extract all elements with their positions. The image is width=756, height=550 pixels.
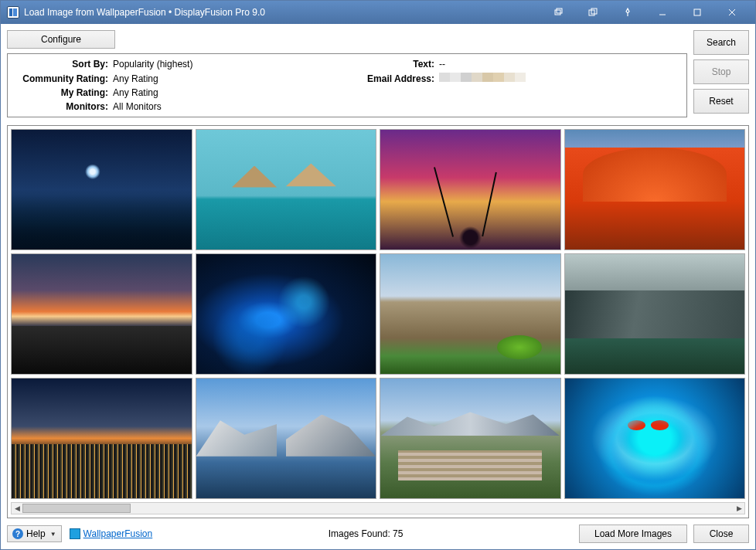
help-label: Help <box>26 528 46 539</box>
wallpaperfusion-link[interactable]: WallpaperFusion <box>70 528 153 539</box>
wallpaper-thumbnail[interactable] <box>564 253 746 375</box>
wallpaper-thumbnail[interactable] <box>564 129 746 250</box>
load-more-button[interactable]: Load More Images <box>579 525 687 543</box>
sort-by-value: Popularity (highest) <box>113 59 352 70</box>
svg-rect-0 <box>9 8 12 16</box>
my-rating-label: My Rating: <box>15 87 108 98</box>
filter-panel: Sort By: Popularity (highest) Text: -- C… <box>7 53 687 117</box>
scroll-right-icon[interactable]: ▶ <box>734 503 744 514</box>
close-icon[interactable] <box>714 1 749 24</box>
text-value: -- <box>439 59 679 70</box>
wallpaperfusion-icon <box>70 528 80 539</box>
footer: ? Help ▼ WallpaperFusion Images Found: 7… <box>7 518 749 543</box>
sort-by-label: Sort By: <box>15 59 108 70</box>
svg-rect-3 <box>557 8 562 13</box>
app-icon <box>7 6 19 19</box>
text-label: Text: <box>357 59 434 70</box>
stop-button[interactable]: Stop <box>693 59 749 84</box>
wallpaper-thumbnail[interactable] <box>196 253 377 375</box>
reset-button[interactable]: Reset <box>693 89 749 114</box>
window-title: Load Image from WallpaperFusion • Displa… <box>24 7 540 18</box>
my-rating-value: Any Rating <box>113 87 352 98</box>
minimize-icon[interactable] <box>645 1 679 24</box>
svg-rect-2 <box>555 10 560 15</box>
scrollbar-thumb[interactable] <box>22 504 131 513</box>
wallpaper-thumbnail[interactable] <box>196 129 377 250</box>
status-text: Images Found: 75 <box>160 528 571 539</box>
image-grid-panel: ◀ ▶ <box>7 125 749 518</box>
community-rating-label: Community Rating: <box>15 73 108 84</box>
community-rating-value: Any Rating <box>113 73 352 84</box>
wallpaper-thumbnail[interactable] <box>380 378 561 499</box>
wallpaper-thumbnail[interactable] <box>11 378 192 499</box>
help-button[interactable]: ? Help ▼ <box>7 525 62 542</box>
wallpaper-thumbnail[interactable] <box>564 378 746 499</box>
horizontal-scrollbar[interactable]: ◀ ▶ <box>11 502 745 514</box>
image-grid <box>11 129 745 499</box>
wallpaper-thumbnail[interactable] <box>196 378 377 499</box>
titlebar: Load Image from WallpaperFusion • Displa… <box>1 1 755 24</box>
configure-button[interactable]: Configure <box>7 30 115 49</box>
maximize-icon[interactable] <box>679 1 714 24</box>
chevron-down-icon: ▼ <box>50 531 56 538</box>
monitors-label: Monitors: <box>15 101 108 112</box>
wallpaperfusion-link-label: WallpaperFusion <box>83 528 153 539</box>
email-label: Email Address: <box>357 73 434 84</box>
wallpaper-thumbnail[interactable] <box>380 253 561 375</box>
wallpaper-thumbnail[interactable] <box>11 129 192 250</box>
pin-icon[interactable] <box>610 1 645 24</box>
svg-rect-1 <box>13 8 17 16</box>
duplicate-window-icon[interactable] <box>575 1 610 24</box>
monitors-value: All Monitors <box>113 101 352 112</box>
search-button[interactable]: Search <box>693 30 749 55</box>
wallpaper-thumbnail[interactable] <box>11 253 192 375</box>
close-button[interactable]: Close <box>693 525 749 543</box>
restore-window-icon[interactable] <box>540 1 575 24</box>
help-icon: ? <box>12 528 23 539</box>
email-value <box>439 73 679 84</box>
wallpaper-thumbnail[interactable] <box>380 129 561 250</box>
svg-rect-7 <box>694 9 700 15</box>
scroll-left-icon[interactable]: ◀ <box>12 503 22 514</box>
